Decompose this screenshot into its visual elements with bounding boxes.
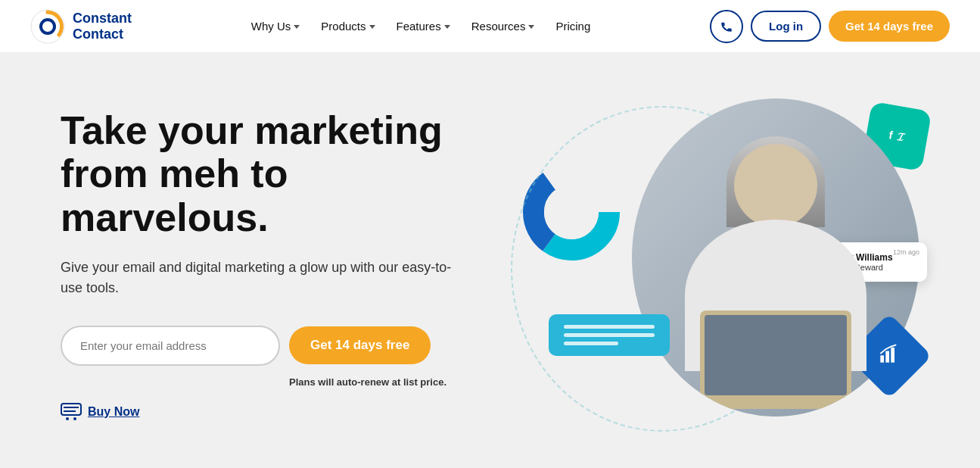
chevron-down-icon xyxy=(369,25,375,29)
nav-label-features: Features xyxy=(397,20,441,33)
hero-left: Take your marketing from meh to marvelou… xyxy=(61,109,469,421)
email-input[interactable] xyxy=(61,326,280,366)
logo-line1: Constant xyxy=(73,11,132,27)
chevron-down-icon xyxy=(444,25,450,29)
nav-label-pricing: Pricing xyxy=(555,20,590,33)
svg-rect-2 xyxy=(61,404,81,415)
nav-item-features[interactable]: Features xyxy=(389,14,458,39)
phone-button[interactable] xyxy=(710,10,743,43)
svg-point-4 xyxy=(73,417,76,420)
notification-time: 12m ago xyxy=(893,248,919,256)
chart-icon xyxy=(879,343,900,369)
nav-label-products: Products xyxy=(321,20,366,33)
phone-icon xyxy=(720,20,733,33)
chevron-down-icon xyxy=(528,25,534,29)
nav-item-whyus[interactable]: Why Us xyxy=(244,14,308,39)
nav-item-resources[interactable]: Resources xyxy=(464,14,543,39)
hero-heading: Take your marketing from meh to marvelou… xyxy=(61,109,469,239)
logo-line2: Contact xyxy=(73,27,132,42)
svg-rect-10 xyxy=(880,355,884,362)
chat-bubble xyxy=(549,314,670,356)
nav-label-resources: Resources xyxy=(471,20,526,33)
svg-rect-11 xyxy=(885,351,889,363)
nav-item-pricing[interactable]: Pricing xyxy=(548,14,598,39)
hero-section: Take your marketing from meh to marvelou… xyxy=(0,53,980,468)
login-button[interactable]: Log in xyxy=(751,11,821,42)
cart-icon xyxy=(61,403,82,421)
chat-line xyxy=(564,342,618,345)
hero-cta-button[interactable]: Get 14 days free xyxy=(289,326,431,364)
nav-label-whyus: Why Us xyxy=(251,20,291,33)
chevron-down-icon xyxy=(294,25,300,29)
buy-now-label: Buy Now xyxy=(88,405,139,419)
svg-rect-12 xyxy=(891,348,894,363)
navbar: Constant Contact Why Us Products Feature… xyxy=(0,0,980,53)
chat-line xyxy=(564,325,655,329)
buy-now-link[interactable]: Buy Now xyxy=(61,403,469,421)
svg-point-0 xyxy=(31,10,64,43)
get-free-button[interactable]: Get 14 days free xyxy=(829,11,950,42)
logo-icon xyxy=(30,9,65,44)
hero-cta: Get 14 days free xyxy=(61,326,469,366)
hero-illustration: f 𝓘 ✉ Ebony Williams Loya xyxy=(511,83,935,447)
auto-renew-text: Plans will auto-renew at list price. xyxy=(289,376,469,388)
logo-link[interactable]: Constant Contact xyxy=(30,9,132,44)
logo-text: Constant Contact xyxy=(73,11,132,42)
chat-line xyxy=(564,333,655,337)
hero-subheading: Give your email and digital marketing a … xyxy=(61,257,469,298)
nav-item-products[interactable]: Products xyxy=(313,14,382,39)
nav-actions: Log in Get 14 days free xyxy=(710,10,950,43)
svg-point-3 xyxy=(66,417,69,420)
nav-links: Why Us Products Features Resources P xyxy=(244,14,598,39)
